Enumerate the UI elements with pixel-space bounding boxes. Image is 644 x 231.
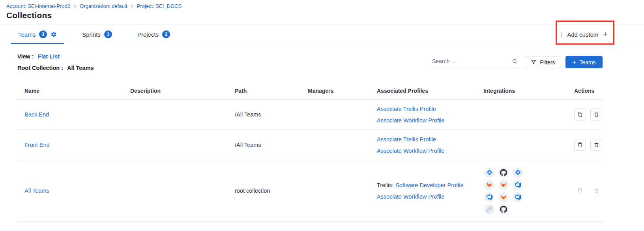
trash-icon (593, 111, 599, 118)
tab-sprints[interactable]: Sprints1 (75, 25, 119, 44)
view-label: View : (17, 53, 34, 60)
breadcrumb-link[interactable]: Account: SEI-Internal-Prod2 (6, 3, 70, 9)
profile-link[interactable]: Associate Workflow Profile (377, 148, 444, 154)
plus-icon: + (572, 59, 576, 66)
profile-line: Associate Workflow Profile (377, 117, 444, 124)
profile-link[interactable]: Associate Workflow Profile (377, 117, 444, 124)
teams-button-label: Teams (579, 59, 595, 66)
search-input[interactable] (429, 58, 511, 66)
breadcrumb-link[interactable]: Project: SEI_DOCS (137, 3, 182, 9)
profile-line: Associate Workflow Profile (377, 193, 464, 200)
filters-button[interactable]: Filters (525, 56, 561, 68)
profile-prefix: Trellis: (377, 182, 393, 188)
tab-projects[interactable]: Projects2 (130, 25, 177, 44)
copy-icon (577, 188, 583, 194)
copy-collection-button[interactable] (574, 139, 586, 151)
integrations-grid (483, 167, 523, 214)
profile-line: Associate Trellis Profile (377, 136, 444, 143)
azure-devops-integration-icon (484, 192, 494, 202)
name-cell: Back End (17, 111, 130, 118)
delete-collection-button[interactable] (590, 109, 602, 120)
table-row: Back End/All TeamsAssociate Trellis Prof… (17, 100, 603, 130)
column-header: Associated Profiles (377, 88, 483, 94)
funnel-icon (531, 59, 537, 65)
delete-collection-button (590, 185, 602, 197)
page-title: Collections (6, 11, 52, 20)
column-header: Description (130, 88, 235, 94)
github-integration-icon (498, 167, 509, 178)
chevron-right-icon: > (74, 4, 76, 9)
breadcrumb: Account: SEI-Internal-Prod2>Organization… (6, 3, 182, 9)
column-header: Managers (308, 88, 377, 94)
root-collection-value: All Teams (67, 65, 94, 71)
name-cell: Front End (17, 142, 130, 148)
profile-link[interactable]: Associate Trellis Profile (377, 136, 436, 143)
profile-link[interactable]: Associate Workflow Profile (377, 193, 444, 200)
copy-icon (577, 142, 583, 148)
gear-icon[interactable] (51, 31, 57, 38)
tab-count-badge: 3 (39, 30, 47, 38)
profile-line: Associate Workflow Profile (377, 148, 444, 154)
add-custom-label: Add custom (567, 31, 598, 38)
associated-profiles-cell: Associate Trellis ProfileAssociate Workf… (377, 106, 483, 124)
view-row: View : Flat List (17, 53, 60, 60)
path-cell: root collection (235, 188, 308, 194)
path-cell: /All Teams (235, 142, 308, 148)
search-icon[interactable] (511, 58, 520, 66)
root-collection-label: Root Collection : (17, 65, 63, 71)
table-row: All Teamsroot collectionTrellis:Software… (17, 160, 603, 222)
root-collection-row: Root Collection : All Teams (17, 65, 94, 71)
associated-profiles-cell: Trellis:Software Developer ProfileAssoci… (377, 182, 483, 200)
collection-name-link[interactable]: Back End (24, 111, 49, 118)
tab-count-badge: 2 (162, 30, 170, 38)
name-cell: All Teams (17, 188, 130, 194)
vertical-divider: | (561, 31, 562, 38)
azure-devops-integration-icon (513, 180, 523, 190)
actions-cell (574, 109, 607, 120)
column-header: Integrations (483, 88, 574, 94)
copy-icon (577, 111, 583, 118)
actions-cell (574, 139, 607, 151)
collections-table: NameDescriptionPathManagersAssociated Pr… (17, 83, 603, 222)
column-header: Actions (574, 88, 604, 94)
path-cell: /All Teams (235, 111, 308, 118)
jira-integration-icon (513, 167, 523, 178)
view-value-link[interactable]: Flat List (38, 53, 60, 60)
column-header: Name (17, 88, 130, 94)
copy-collection-button[interactable] (574, 109, 586, 120)
search-box (429, 56, 520, 68)
github-integration-icon (498, 204, 509, 214)
trash-icon (593, 142, 599, 148)
associated-profiles-cell: Associate Trellis ProfileAssociate Workf… (377, 136, 483, 154)
profile-line: Associate Trellis Profile (377, 106, 444, 112)
profile-link[interactable]: Software Developer Profile (395, 182, 463, 188)
gitlab-integration-icon (498, 180, 509, 190)
copy-collection-button (574, 185, 586, 197)
trash-icon (593, 188, 599, 194)
sonarqube-integration-icon (484, 204, 494, 214)
jira-integration-icon (484, 167, 494, 178)
tab-count-badge: 1 (104, 30, 112, 38)
collection-name-link[interactable]: All Teams (24, 188, 49, 194)
table-row: Front End/All TeamsAssociate Trellis Pro… (17, 130, 603, 160)
add-custom-button[interactable]: | Add custom + (561, 24, 607, 44)
tab-label: Teams (18, 31, 36, 38)
collection-name-link[interactable]: Front End (24, 142, 50, 148)
delete-collection-button[interactable] (590, 139, 602, 151)
tab-label: Sprints (82, 31, 101, 38)
gitlab-integration-icon (484, 180, 494, 190)
integrations-cell (483, 167, 574, 214)
tab-teams[interactable]: Teams3 (11, 25, 64, 44)
profile-link[interactable]: Associate Trellis Profile (377, 106, 436, 112)
plus-icon: + (603, 30, 607, 39)
actions-cell (574, 185, 607, 197)
tab-list: Teams3Sprints1Projects2 (11, 25, 177, 44)
gitlab-integration-icon (498, 192, 509, 202)
add-teams-button[interactable]: + Teams (565, 56, 603, 68)
column-header: Path (235, 88, 308, 94)
filters-label: Filters (540, 59, 555, 66)
tab-bar: Teams3Sprints1Projects2 (0, 24, 644, 44)
breadcrumb-link[interactable]: Organization: default (80, 3, 127, 9)
profile-line: Trellis:Software Developer Profile (377, 182, 464, 188)
azure-devops-integration-icon (513, 192, 523, 202)
